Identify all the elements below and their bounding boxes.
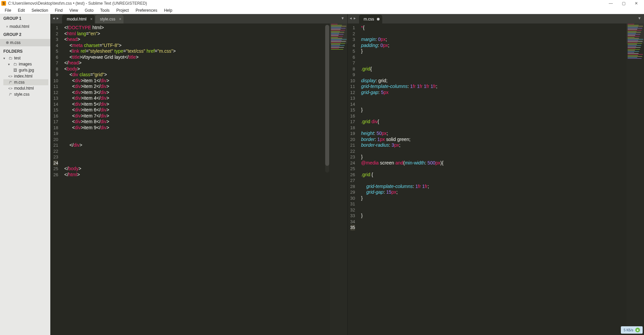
tree-folder-images[interactable]: ▾🗀images xyxy=(3,61,48,67)
group1-header: GROUP 1 xyxy=(0,14,50,23)
app-icon: S xyxy=(1,1,6,6)
tab-close-icon[interactable]: × xyxy=(90,17,93,21)
tree-root[interactable]: ▾🗀test xyxy=(3,55,48,61)
watermark-icon: ☻ xyxy=(635,328,640,332)
gutter-left: 1234567891011121314151617181920212223242… xyxy=(51,23,61,335)
tree-file-mcss[interactable]: /*m.css xyxy=(3,79,48,85)
window-title: C:\Users\lenovo\Desktop\test\m.css • (te… xyxy=(8,1,147,6)
menu-edit[interactable]: Edit xyxy=(14,7,28,13)
menu-view[interactable]: View xyxy=(66,7,82,13)
menu-tools[interactable]: Tools xyxy=(97,7,113,13)
tree-file-index[interactable]: <>index.html xyxy=(3,73,48,79)
menu-project[interactable]: Project xyxy=(113,7,132,13)
menu-preferences[interactable]: Preferences xyxy=(132,7,161,13)
folder-tree: ▾🗀test ▾🗀images 🖼gurls.jpg <>index.html … xyxy=(0,55,50,100)
menu-file[interactable]: File xyxy=(1,7,14,13)
tab-modul-html[interactable]: modul.html× xyxy=(62,15,95,23)
close-icon[interactable]: × xyxy=(6,25,8,29)
dirty-dot-icon xyxy=(6,41,9,44)
minimap-left[interactable] xyxy=(330,23,347,335)
menu-goto[interactable]: Goto xyxy=(82,7,97,13)
menu-help[interactable]: Help xyxy=(161,7,176,13)
menu-find[interactable]: Find xyxy=(51,7,66,13)
tab-nav-next[interactable]: ▸ xyxy=(353,16,356,20)
tree-file-gurls[interactable]: 🖼gurls.jpg xyxy=(3,67,48,73)
minimap-right[interactable] xyxy=(627,23,644,335)
minimize-button[interactable]: — xyxy=(604,0,617,6)
code-right[interactable]: *{margin: 0px;padding: 0px;}.grid{displa… xyxy=(358,23,644,335)
tree-file-modul[interactable]: <>modul.html xyxy=(3,85,48,91)
editor-right[interactable]: 1234567891011121314151617181920212223242… xyxy=(348,23,644,335)
code-left[interactable]: <!DOCTYPE html><html lang="en"><head> <m… xyxy=(61,23,347,335)
sidebar: GROUP 1 × modul.html GROUP 2 m.css FOLDE… xyxy=(0,14,50,335)
tab-close-icon[interactable]: × xyxy=(119,17,121,21)
tabs-dropdown-icon[interactable]: ▼ xyxy=(341,16,345,20)
tab-nav-prev[interactable]: ◂ xyxy=(52,16,55,20)
scrollbar-vertical[interactable] xyxy=(325,25,329,173)
tab-nav-prev[interactable]: ◂ xyxy=(349,16,352,20)
group2-file[interactable]: m.css xyxy=(0,39,50,46)
editor-pane-right: ◂▸ m.css ▼ 12345678910111213141516171819… xyxy=(347,14,644,335)
tab-nav-next[interactable]: ▸ xyxy=(56,16,59,20)
watermark: 5 КБ/s ☻ xyxy=(621,326,643,334)
tab-style-css[interactable]: style.css× xyxy=(95,15,123,23)
maximize-button[interactable]: ▢ xyxy=(617,0,630,6)
gutter-right: 1234567891011121314151617181920212223242… xyxy=(348,23,358,335)
tabs-dropdown-icon[interactable]: ▼ xyxy=(638,16,641,20)
tab-bar-right: ◂▸ m.css ▼ xyxy=(348,14,644,23)
editor-pane-left: ◂▸ modul.html× style.css× ▼ 123456789101… xyxy=(50,14,347,335)
title-bar: S C:\Users\lenovo\Desktop\test\m.css • (… xyxy=(0,0,644,7)
menu-selection[interactable]: Selection xyxy=(28,7,51,13)
menu-bar: File Edit Selection Find View Goto Tools… xyxy=(0,7,644,14)
folders-header: FOLDERS xyxy=(0,46,50,55)
group1-file[interactable]: × modul.html xyxy=(0,23,50,30)
dirty-dot-icon xyxy=(377,18,380,20)
group2-header: GROUP 2 xyxy=(0,30,50,39)
editor-left[interactable]: 1234567891011121314151617181920212223242… xyxy=(51,23,347,335)
close-window-button[interactable]: ✕ xyxy=(630,0,643,6)
tab-bar-left: ◂▸ modul.html× style.css× ▼ xyxy=(51,14,347,23)
tab-m-css[interactable]: m.css xyxy=(359,15,382,23)
tree-file-style[interactable]: /*style.css xyxy=(3,91,48,97)
